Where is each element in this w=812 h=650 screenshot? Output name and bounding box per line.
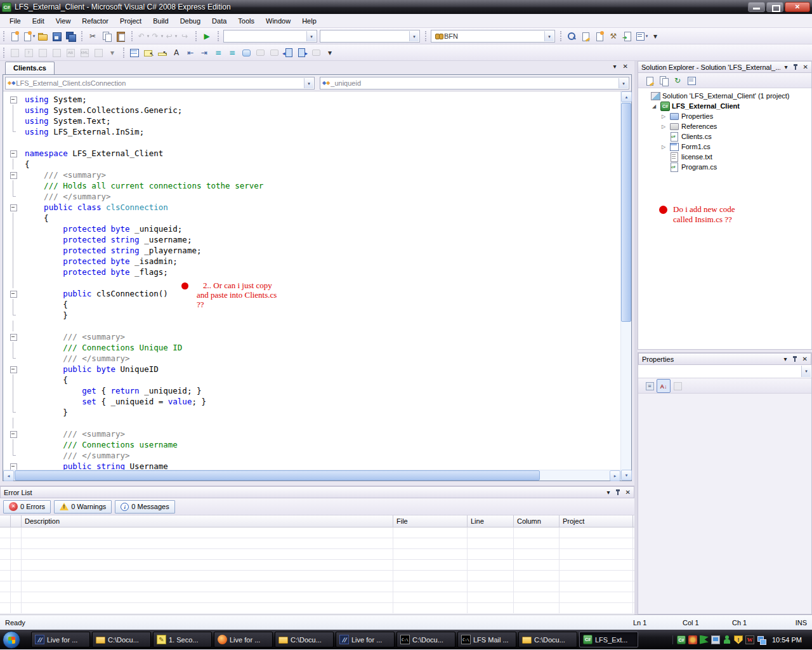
types-dropdown[interactable]: ◆◆ LFS_External_Client.clsConnection ▾ bbox=[5, 77, 315, 90]
solution-configurations-combo[interactable]: ▾ bbox=[223, 30, 317, 43]
save-button[interactable] bbox=[49, 29, 63, 43]
new-project-button[interactable] bbox=[8, 29, 22, 43]
error-col-column[interactable]: Column bbox=[514, 515, 560, 527]
parameter-info-button[interactable] bbox=[141, 46, 155, 60]
taskbar-button-c-docu-[interactable]: C:\Docu... bbox=[518, 632, 577, 647]
cut-button[interactable] bbox=[86, 29, 100, 43]
toggle-bookmark-button[interactable] bbox=[239, 46, 253, 60]
vertical-scroll-track[interactable] bbox=[621, 102, 631, 470]
scroll-left-icon[interactable]: ◂ bbox=[3, 470, 14, 481]
errors-filter-button[interactable]: 0 Errors bbox=[3, 500, 51, 514]
menu-item-edit[interactable]: Edit bbox=[27, 14, 50, 28]
menu-item-view[interactable]: View bbox=[50, 14, 77, 28]
expand-arrow-icon[interactable]: ▷ bbox=[660, 124, 667, 129]
taskbar-button-lfs-mail-[interactable]: LFS Mail ... bbox=[457, 632, 516, 647]
add-new-item-button[interactable]: ▾ bbox=[22, 29, 36, 43]
scroll-up-icon[interactable]: ▴ bbox=[621, 91, 632, 102]
flag-tray-icon[interactable] bbox=[700, 635, 709, 644]
chevron-down-icon[interactable]: ▾ bbox=[646, 34, 648, 39]
quick-info-button[interactable] bbox=[155, 46, 169, 60]
fold-collapse-icon[interactable] bbox=[8, 461, 18, 470]
taskbar-clock[interactable]: 10:54 PM bbox=[768, 636, 806, 644]
vertical-scroll-thumb[interactable] bbox=[621, 103, 631, 322]
menu-item-window[interactable]: Window bbox=[260, 14, 296, 28]
start-button[interactable] bbox=[3, 631, 20, 649]
comment-lines-button[interactable] bbox=[211, 46, 225, 60]
tree-item-form1-cs[interactable]: ▷Form1.cs bbox=[638, 142, 811, 152]
horizontal-scrollbar[interactable]: ◂ ▸ bbox=[3, 470, 620, 481]
tree-item-license-txt[interactable]: license.txt bbox=[638, 152, 811, 162]
menu-item-project[interactable]: Project bbox=[114, 14, 147, 28]
chevron-down-icon[interactable]: ▾ bbox=[33, 34, 36, 39]
toolbar-grip-handle[interactable] bbox=[81, 31, 83, 41]
window-position-icon[interactable]: ▾ bbox=[785, 63, 788, 70]
taskbar-button-live-for-[interactable]: Live for ... bbox=[31, 632, 90, 647]
find-combo[interactable]: BFN▾ bbox=[431, 30, 555, 43]
chevron-down-icon[interactable]: ▾ bbox=[544, 31, 554, 41]
start-debugging-button[interactable] bbox=[200, 29, 214, 43]
copy-button[interactable] bbox=[100, 29, 114, 43]
taskbar-button-c-docu-[interactable]: C:\Docu... bbox=[92, 632, 151, 647]
active-files-dropdown-icon[interactable]: ▾ bbox=[613, 63, 617, 70]
taskbar-button-live-for-[interactable]: Live for ... bbox=[336, 632, 395, 647]
fold-collapse-icon[interactable] bbox=[8, 148, 18, 159]
error-col-line[interactable]: Line bbox=[468, 515, 514, 527]
winamp-tray-icon[interactable] bbox=[745, 635, 754, 644]
menu-item-build[interactable]: Build bbox=[147, 14, 174, 28]
fold-collapse-icon[interactable] bbox=[8, 364, 18, 375]
security-shield-tray-icon[interactable] bbox=[734, 635, 743, 644]
menu-item-debug[interactable]: Debug bbox=[174, 14, 206, 28]
taskbar-button-c-docu-[interactable]: C:\Docu... bbox=[275, 632, 334, 647]
tab-clients-cs[interactable]: Clients.cs bbox=[5, 62, 55, 74]
other-windows-button[interactable]: ▾ bbox=[634, 29, 648, 43]
taskbar-button-c-docu-[interactable]: C:\Docu... bbox=[396, 632, 455, 647]
fold-collapse-icon[interactable] bbox=[8, 169, 18, 180]
error-col-file[interactable]: File bbox=[393, 515, 468, 527]
save-all-button[interactable] bbox=[63, 29, 77, 43]
taskbar-button-1-seco-[interactable]: 1. Seco... bbox=[153, 632, 212, 647]
tree-item-solution-lfs-external-client-1[interactable]: Solution 'LFS_External_Client' (1 projec… bbox=[638, 91, 811, 101]
minimize-button[interactable] bbox=[748, 2, 765, 12]
alphabetical-button[interactable] bbox=[657, 379, 671, 393]
auto-hide-pin-icon[interactable] bbox=[793, 64, 798, 70]
fold-collapse-icon[interactable] bbox=[8, 202, 18, 213]
object-selector-dropdown[interactable]: ▾ bbox=[638, 365, 811, 378]
toolbar-grip-handle[interactable] bbox=[560, 31, 562, 41]
messenger-tray-icon[interactable] bbox=[723, 635, 731, 644]
paste-button[interactable] bbox=[114, 29, 128, 43]
collapse-arrow-icon[interactable]: ◢ bbox=[650, 103, 658, 109]
expand-arrow-icon[interactable]: ▷ bbox=[660, 114, 667, 119]
auto-hide-pin-icon[interactable] bbox=[792, 356, 797, 362]
toolbar-grip-handle[interactable] bbox=[131, 31, 133, 41]
external-tools-button[interactable] bbox=[606, 29, 620, 43]
tree-item-clients-cs[interactable]: Clients.cs bbox=[638, 131, 811, 142]
open-file-button[interactable] bbox=[36, 29, 49, 43]
toolbar-options-button[interactable] bbox=[648, 29, 662, 43]
chevron-down-icon[interactable]: ▾ bbox=[619, 78, 628, 88]
error-col-description[interactable]: Description bbox=[22, 515, 393, 527]
close-icon[interactable]: ✕ bbox=[803, 63, 808, 70]
chevron-down-icon[interactable]: ▾ bbox=[409, 31, 419, 41]
expand-arrow-icon[interactable]: ▷ bbox=[660, 144, 667, 150]
menu-item-tools[interactable]: Tools bbox=[232, 14, 260, 28]
properties-button[interactable] bbox=[643, 74, 657, 88]
toolbar-grip-handle[interactable] bbox=[425, 31, 427, 41]
toolbar-grip-handle[interactable] bbox=[123, 48, 125, 58]
tree-item-references[interactable]: ▷References bbox=[638, 121, 811, 131]
show-all-files-button[interactable] bbox=[657, 74, 671, 88]
error-col-blank[interactable] bbox=[0, 515, 11, 527]
navigate-start-page-button[interactable] bbox=[620, 29, 634, 43]
device-tray-icon[interactable] bbox=[711, 635, 720, 644]
fold-collapse-icon[interactable] bbox=[8, 428, 18, 439]
close-icon[interactable]: ✕ bbox=[802, 355, 808, 362]
toolbar-grip-handle[interactable] bbox=[3, 31, 5, 41]
next-bookmark-in-folder-button[interactable] bbox=[295, 46, 309, 60]
taskbar-button-lfs-ext-[interactable]: LFS_Ext... bbox=[579, 632, 638, 647]
toolbar-grip-handle[interactable] bbox=[195, 31, 197, 41]
toolbar-options-button[interactable] bbox=[323, 46, 337, 60]
auto-hide-pin-icon[interactable] bbox=[615, 489, 620, 496]
properties-window-button[interactable] bbox=[579, 29, 593, 43]
chevron-down-icon[interactable]: ▾ bbox=[801, 366, 811, 377]
error-col-blank[interactable] bbox=[11, 515, 22, 527]
uncomment-lines-button[interactable] bbox=[225, 46, 239, 60]
